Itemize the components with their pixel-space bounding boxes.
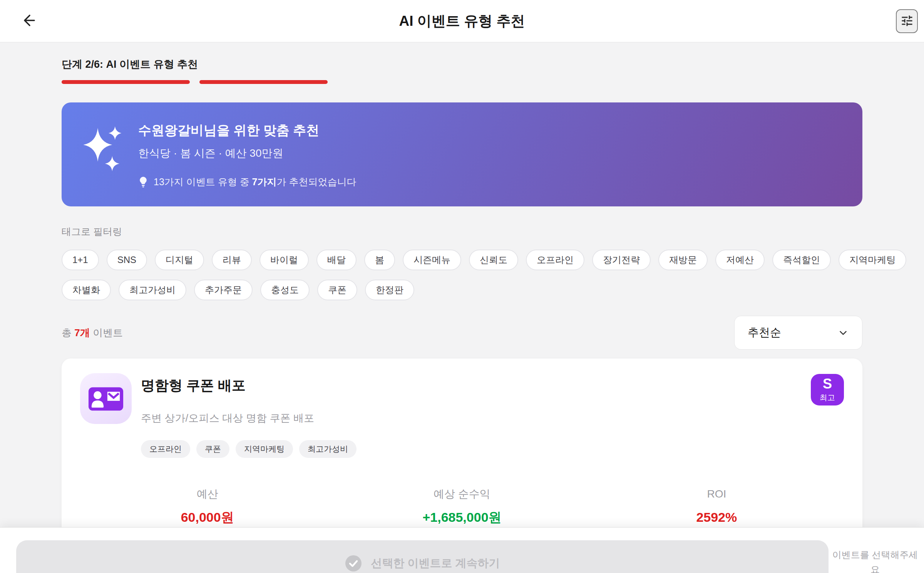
event-tag: 지역마케팅 xyxy=(236,440,293,458)
event-count: 총 7개 이벤트 xyxy=(62,326,123,340)
filter-settings-button[interactable] xyxy=(896,9,918,33)
content-area: 단계 2/6: AI 이벤트 유형 추천 수원왕갈비님을 위한 맞춤 추천 한식… xyxy=(0,42,924,573)
filter-tag-chip[interactable]: 바이럴 xyxy=(259,250,309,270)
progress-segment xyxy=(199,80,328,84)
event-description: 주변 상가/오피스 대상 명함 쿠폰 배포 xyxy=(141,412,811,425)
filter-tag-chip[interactable]: 1+1 xyxy=(62,250,99,270)
progress-bar xyxy=(62,80,862,84)
check-circle-icon xyxy=(345,555,362,572)
stat-label: ROI xyxy=(589,488,844,500)
banner-info-text: 13가지 이벤트 유형 중 7가지가 추천되었습니다 xyxy=(154,176,356,188)
event-card[interactable]: 명함형 쿠폰 배포 주변 상가/오피스 대상 명함 쿠폰 배포 오프라인쿠폰지역… xyxy=(62,359,862,552)
filter-tag-chip[interactable]: 최고가성비 xyxy=(119,280,186,300)
progress-segment xyxy=(62,80,190,84)
stat-label: 예상 순수익 xyxy=(335,488,589,500)
event-stats-row: 예산60,000원예상 순수익+1,685,000원ROI2592% xyxy=(80,488,844,525)
filter-tag-chip[interactable]: 한정판 xyxy=(365,280,414,300)
filter-tag-chip[interactable]: SNS xyxy=(107,250,147,270)
filter-tag-chip[interactable]: 디지털 xyxy=(155,250,204,270)
filter-tag-chip[interactable]: 즉석할인 xyxy=(772,250,831,270)
event-title: 명함형 쿠폰 배포 xyxy=(141,377,811,394)
sparkles-icon xyxy=(83,126,124,187)
filter-tag-chip[interactable]: 배달 xyxy=(316,250,357,270)
event-tag: 최고가성비 xyxy=(299,440,357,458)
sort-selected-label: 추천순 xyxy=(748,325,781,340)
stat-column: 예산60,000원 xyxy=(80,488,335,525)
stat-column: 예상 순수익+1,685,000원 xyxy=(335,488,589,525)
filter-tags-row2: 차별화최고가성비추가주문충성도쿠폰한정판 xyxy=(62,280,862,300)
bulb-icon xyxy=(138,176,148,188)
filter-tag-chip[interactable]: 봄 xyxy=(364,250,395,270)
event-card-top: 명함형 쿠폰 배포 주변 상가/오피스 대상 명함 쿠폰 배포 오프라인쿠폰지역… xyxy=(80,373,844,458)
filter-tag-chip[interactable]: 충성도 xyxy=(260,280,310,300)
banner-subtitle: 한식당 · 봄 시즌 · 예산 30만원 xyxy=(138,146,356,160)
step-label: 단계 2/6: AI 이벤트 유형 추천 xyxy=(62,58,862,71)
contact-card-icon xyxy=(80,373,132,424)
event-card-info: 명함형 쿠폰 배포 주변 상가/오피스 대상 명함 쿠폰 배포 오프라인쿠폰지역… xyxy=(141,373,811,458)
filter-tag-chip[interactable]: 지역마케팅 xyxy=(839,250,906,270)
grade-badge: S 최고 xyxy=(811,374,844,405)
filter-tag-chip[interactable]: 리뷰 xyxy=(212,250,252,270)
filter-tag-chip[interactable]: 재방문 xyxy=(658,250,708,270)
filter-label: 태그로 필터링 xyxy=(62,226,862,237)
filter-tag-chip[interactable]: 차별화 xyxy=(62,280,111,300)
bottom-bar: 선택한 이벤트로 계속하기 이벤트를 선택해주세요 xyxy=(0,527,924,573)
banner-title: 수원왕갈비님을 위한 맞춤 추천 xyxy=(138,122,356,139)
stat-value: +1,685,000원 xyxy=(335,509,589,525)
grade-letter: S xyxy=(823,377,832,391)
event-tags: 오프라인쿠폰지역마케팅최고가성비 xyxy=(141,440,811,458)
grade-label: 최고 xyxy=(820,392,835,403)
filter-tag-chip[interactable]: 추가주문 xyxy=(194,280,253,300)
stat-label: 예산 xyxy=(80,488,335,500)
event-count-number: 7개 xyxy=(74,327,90,338)
filter-tag-chip[interactable]: 쿠폰 xyxy=(317,280,357,300)
list-header: 총 7개 이벤트 추천순 xyxy=(62,316,862,350)
filter-tag-chip[interactable]: 장기전략 xyxy=(592,250,651,270)
selection-helper-text: 이벤트를 선택해주세요 xyxy=(829,548,921,573)
stat-column: ROI2592% xyxy=(589,488,844,525)
event-tag: 쿠폰 xyxy=(196,440,229,458)
recommendation-banner: 수원왕갈비님을 위한 맞춤 추천 한식당 · 봄 시즌 · 예산 30만원 13… xyxy=(62,102,862,206)
filter-tags-row1: 1+1SNS디지털리뷰바이럴배달봄시즌메뉴신뢰도오프라인장기전략재방문저예산즉석… xyxy=(62,250,862,270)
stat-value: 2592% xyxy=(589,509,844,525)
filter-tag-chip[interactable]: 오프라인 xyxy=(526,250,584,270)
tune-icon xyxy=(900,14,914,29)
stat-value: 60,000원 xyxy=(80,509,335,525)
continue-button-label: 선택한 이벤트로 계속하기 xyxy=(371,556,500,571)
filter-tag-chip[interactable]: 신뢰도 xyxy=(469,250,518,270)
banner-text: 수원왕갈비님을 위한 맞춤 추천 한식당 · 봄 시즌 · 예산 30만원 13… xyxy=(138,122,356,187)
sort-dropdown[interactable]: 추천순 xyxy=(734,316,862,350)
continue-button[interactable]: 선택한 이벤트로 계속하기 xyxy=(16,540,829,573)
page-title: AI 이벤트 유형 추천 xyxy=(0,12,924,31)
event-tag: 오프라인 xyxy=(141,440,190,458)
filter-tag-chip[interactable]: 시즌메뉴 xyxy=(403,250,461,270)
app-header: AI 이벤트 유형 추천 xyxy=(0,0,924,42)
banner-info: 13가지 이벤트 유형 중 7가지가 추천되었습니다 xyxy=(138,176,356,188)
filter-tag-chip[interactable]: 저예산 xyxy=(715,250,765,270)
chevron-down-icon xyxy=(837,327,849,338)
